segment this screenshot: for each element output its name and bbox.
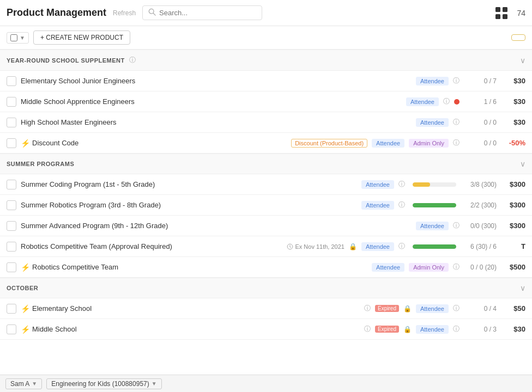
row-checkbox[interactable] [7, 200, 16, 210]
row-checkbox[interactable] [7, 97, 16, 107]
section-chevron-icon: ∨ [520, 284, 525, 292]
info-icon[interactable]: ⓘ [453, 118, 460, 127]
badge-attendee: Attendee [361, 201, 394, 210]
svg-rect-4 [495, 14, 500, 19]
row-left: Robotics Competitive Team (Approval Requ… [7, 242, 287, 252]
info-icon[interactable]: ⓘ [364, 304, 371, 313]
product-name: Elementary School Junior Engineers [21, 77, 416, 85]
product-row: Summer Coding Program (1st - 5th Grade) … [0, 174, 532, 195]
user-name: Sam A [10, 380, 29, 388]
badge-attendee: Attendee [416, 118, 449, 127]
info-icon[interactable]: ⓘ [398, 180, 405, 189]
price: $30 [501, 77, 525, 85]
info-icon[interactable]: ⓘ [453, 138, 460, 148]
info-icon[interactable]: ⓘ [453, 304, 460, 313]
tools-button[interactable] [511, 34, 525, 41]
product-row: Summer Robotics Program (3rd - 8th Grade… [0, 195, 532, 216]
row-right: ⓘ Expired 🔒 Attendee ⓘ 0 / 3 $30 [364, 324, 525, 334]
badge-attendee: Attendee [361, 180, 394, 189]
row-checkbox[interactable] [7, 324, 16, 334]
row-left: High School Master Engineers [7, 118, 416, 127]
chevron-down-icon: ▼ [152, 381, 157, 387]
capacity: 6 (30) / 6 [464, 243, 497, 250]
row-right: Attendee ⓘ 1 / 6 $30 [406, 97, 525, 106]
info-icon[interactable]: ⓘ [398, 242, 405, 251]
lightning-icon: ⚡ [21, 304, 30, 313]
price: $50 [501, 304, 525, 313]
price: $30 [501, 325, 525, 333]
info-icon[interactable]: ⓘ [443, 97, 450, 106]
row-right: Attendee ⓘ 0/0 (300) $300 [416, 221, 525, 230]
content-area: YEAR-ROUND SCHOOL SUPPLEMENT ⓘ ∨ Element… [0, 50, 532, 374]
badge-attendee: Attendee [416, 325, 449, 334]
create-product-button[interactable]: + CREATE NEW PRODUCT [33, 30, 130, 45]
product-row: High School Master Engineers Attendee ⓘ … [0, 112, 532, 133]
section-year-round[interactable]: YEAR-ROUND SCHOOL SUPPLEMENT ⓘ ∨ [0, 50, 532, 71]
row-right: Discount (Product-Based) Attendee Admin … [291, 138, 525, 148]
row-checkbox[interactable] [7, 76, 16, 86]
row-checkbox[interactable] [7, 138, 16, 148]
progress-bar [413, 203, 456, 207]
page-title: Product Management [7, 7, 106, 19]
org-selector[interactable]: Engineering for Kids (100880957) ▼ [46, 378, 161, 389]
section-title: SUMMER PROGRAMS [7, 161, 74, 167]
row-left: Summer Advanced Program (9th - 12th Grad… [7, 221, 416, 231]
section-october[interactable]: OCTOBER ∨ [0, 278, 532, 298]
product-row: Summer Advanced Program (9th - 12th Grad… [0, 216, 532, 236]
row-checkbox[interactable] [7, 221, 16, 231]
badge-admin-only: Admin Only [409, 139, 449, 148]
expired-badge: Expired [375, 305, 399, 312]
capacity: 0 / 0 [464, 119, 497, 126]
section-chevron-icon: ∨ [520, 56, 525, 65]
product-name: Summer Coding Program (1st - 5th Grade) [21, 180, 361, 188]
capacity: 0/0 (300) [464, 222, 497, 230]
price: $300 [501, 201, 525, 209]
refresh-button[interactable]: Refresh [113, 9, 136, 17]
search-box [142, 5, 262, 20]
search-input[interactable] [159, 9, 256, 17]
price: $300 [501, 180, 525, 188]
svg-rect-2 [495, 7, 500, 12]
info-icon[interactable]: ⓘ [364, 324, 371, 334]
product-name: Discount Code [32, 139, 291, 147]
product-row: Robotics Competitive Team (Approval Requ… [0, 236, 532, 257]
capacity: 0 / 0 (20) [464, 264, 497, 271]
info-icon[interactable]: ⓘ [453, 324, 460, 334]
section-summer-programs[interactable]: SUMMER PROGRAMS ∨ [0, 154, 532, 174]
product-row: ⚡ Robotics Competitive Team Attendee Adm… [0, 257, 532, 278]
badge-attendee: Attendee [416, 304, 449, 313]
row-checkbox[interactable] [7, 242, 16, 252]
product-name: Summer Robotics Program (3rd - 8th Grade… [21, 201, 361, 209]
apps-icon[interactable] [493, 4, 510, 22]
notification-count: 74 [517, 9, 525, 17]
lightning-icon: ⚡ [21, 263, 30, 272]
row-checkbox[interactable] [7, 180, 16, 189]
product-name: Robotics Competitive Team [32, 263, 372, 271]
select-all-checkbox[interactable]: ▼ [7, 32, 29, 44]
capacity: 0 / 0 [464, 139, 497, 147]
expired-badge: Expired [375, 326, 399, 333]
section-title: OCTOBER [7, 285, 38, 291]
info-icon[interactable]: ⓘ [453, 262, 460, 272]
lightning-icon: ⚡ [21, 325, 30, 334]
user-selector[interactable]: Sam A ▼ [5, 378, 42, 389]
info-icon[interactable]: ⓘ [453, 221, 460, 230]
capacity: 2/2 (300) [464, 201, 497, 209]
price: $30 [501, 118, 525, 126]
row-checkbox[interactable] [7, 118, 16, 127]
product-row: ⚡ Middle School ⓘ Expired 🔒 Attendee ⓘ 0… [0, 319, 532, 340]
badge-admin-only: Admin Only [409, 263, 449, 272]
row-right: Attendee ⓘ 0 / 7 $30 [416, 76, 525, 85]
section-info-icon[interactable]: ⓘ [129, 56, 136, 65]
lightning-icon: ⚡ [21, 139, 30, 148]
checkbox-input[interactable] [10, 34, 17, 41]
badge-attendee: Attendee [406, 97, 439, 106]
price: $500 [501, 263, 525, 271]
header-right: 74 [493, 4, 525, 22]
row-checkbox[interactable] [7, 262, 16, 272]
info-icon[interactable]: ⓘ [398, 200, 405, 210]
svg-line-1 [153, 13, 155, 15]
info-icon[interactable]: ⓘ [453, 76, 460, 85]
row-checkbox[interactable] [7, 304, 16, 314]
clock-icon [287, 243, 293, 250]
